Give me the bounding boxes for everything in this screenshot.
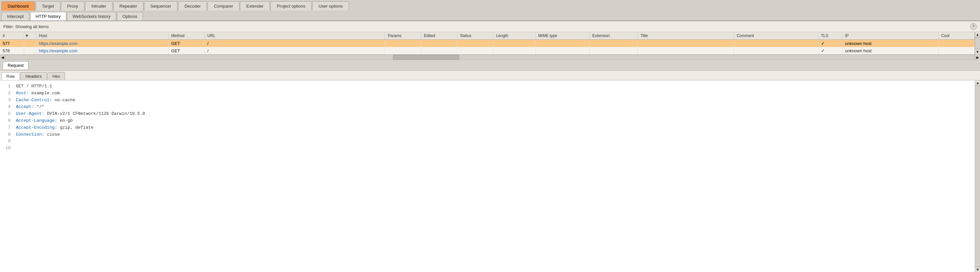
h-scroll-track[interactable] [5, 55, 975, 60]
col-header-sort[interactable]: ▼ [24, 32, 36, 40]
request-line-8: Connection: close [16, 131, 971, 138]
cell-ip: unknown host [842, 40, 939, 47]
col-header-extension[interactable]: Extension [590, 32, 638, 40]
col-header-edited[interactable]: Edited [421, 32, 457, 40]
inner-tab-hex[interactable]: Hex [47, 72, 65, 80]
request-header-bar: Request [0, 60, 980, 71]
cell-method: GET [169, 40, 205, 47]
request-tab[interactable]: Request [3, 61, 29, 69]
req-scroll-down[interactable]: ▼ [975, 267, 980, 272]
col-header-status[interactable]: Status [457, 32, 493, 40]
line-numbers: 1 2 3 4 5 6 7 8 9 10 [4, 83, 11, 269]
cell-tls: ✓ [818, 47, 842, 54]
request-line-1: GET / HTTP/1.1 [16, 83, 971, 90]
scroll-down-button[interactable]: ▼ [975, 49, 980, 54]
cell-ip: unknown host [842, 47, 939, 54]
cell-host: https://example.com [36, 47, 169, 54]
col-header-cool[interactable]: Cool [938, 32, 974, 40]
request-line-2: Host: example.com [16, 90, 971, 97]
cell-url: / [205, 47, 385, 54]
tab-target[interactable]: Target [36, 1, 60, 11]
tab-intruder[interactable]: Intruder [85, 1, 113, 11]
filter-text: Filter: Showing all items [3, 24, 49, 29]
request-text: GET / HTTP/1.1 Host: example.com Cache-C… [16, 83, 971, 269]
filter-bar: Filter: Showing all items ? [0, 21, 980, 32]
req-scroll-track[interactable] [975, 86, 980, 267]
request-line-3: Cache-Control: no-cache [16, 97, 971, 104]
subtab-options[interactable]: Options [117, 12, 143, 21]
tab-project-options[interactable]: Project options [270, 1, 312, 11]
request-section: Request Raw Headers Hex 1 2 3 4 5 6 7 8 … [0, 60, 980, 272]
subtab-websockets-history[interactable]: WebSockets history [67, 12, 116, 21]
tab-proxy[interactable]: Proxy [61, 1, 84, 11]
tab-repeater[interactable]: Repeater [113, 1, 143, 11]
cell-host: https://example.com [36, 40, 169, 47]
history-table: # ▼ Host Method URL Params Edited Status… [0, 32, 975, 54]
horizontal-scrollbar: ◀ ▶ [0, 55, 980, 60]
col-header-mime[interactable]: MIME type [535, 32, 590, 40]
main-container: Dashboard Target Proxy Intruder Repeater… [0, 0, 980, 272]
request-line-7: Accept-Encoding: gzip, deflate [16, 124, 971, 131]
table-row[interactable]: 577 https://example.com GET / ✓ [0, 40, 975, 47]
tab-sequencer[interactable]: Sequencer [144, 1, 177, 11]
h-scroll-thumb[interactable] [393, 55, 459, 60]
col-header-title[interactable]: Title [638, 32, 734, 40]
col-header-method[interactable]: Method [169, 32, 205, 40]
cell-tls: ✓ [818, 40, 842, 47]
col-header-params[interactable]: Params [385, 32, 421, 40]
cell-id: 576 [0, 47, 24, 54]
cell-id: 577 [0, 40, 24, 47]
tab-dashboard[interactable]: Dashboard [1, 1, 35, 11]
tab-extender[interactable]: Extender [240, 1, 270, 11]
scroll-track[interactable] [975, 37, 980, 49]
request-line-5: User-Agent: DVIA-v2/1 CFNetwork/1126 Dar… [16, 111, 971, 118]
inner-tab-headers[interactable]: Headers [21, 72, 47, 80]
col-header-num: # [0, 32, 24, 40]
req-scroll-up[interactable]: ▲ [975, 80, 980, 86]
request-vertical-scrollbar: ▲ ▼ [975, 80, 980, 272]
scroll-up-button[interactable]: ▲ [975, 32, 980, 37]
request-line-4: Accept: */* [16, 103, 971, 111]
top-nav-tabs: Dashboard Target Proxy Intruder Repeater… [0, 0, 980, 11]
request-line-10 [16, 145, 971, 152]
inner-tabs-bar: Raw Headers Hex [0, 71, 980, 80]
col-header-url[interactable]: URL [205, 32, 385, 40]
request-line-9 [16, 138, 971, 145]
tab-comparer[interactable]: Comparer [208, 1, 239, 11]
tab-decoder[interactable]: Decoder [178, 1, 207, 11]
sub-tabs: Intercept HTTP history WebSockets histor… [0, 11, 980, 21]
cell-url: / [205, 40, 385, 47]
col-header-length[interactable]: Length [493, 32, 535, 40]
scroll-right-button[interactable]: ▶ [975, 55, 980, 60]
table-wrapper: # ▼ Host Method URL Params Edited Status… [0, 32, 980, 55]
col-header-comment[interactable]: Comment [734, 32, 818, 40]
subtab-http-history[interactable]: HTTP history [30, 12, 67, 21]
col-header-host[interactable]: Host [36, 32, 169, 40]
subtab-intercept[interactable]: Intercept [1, 12, 29, 21]
request-line-6: Accept-Language: en-gb [16, 118, 971, 124]
request-content: 1 2 3 4 5 6 7 8 9 10 GET / HTTP/1.1 Host… [0, 80, 975, 272]
tab-user-options[interactable]: User options [312, 1, 349, 11]
inner-tab-raw[interactable]: Raw [1, 72, 20, 80]
col-header-ip[interactable]: IP [842, 32, 939, 40]
cell-method: GET [169, 47, 205, 54]
help-icon[interactable]: ? [970, 23, 977, 30]
col-header-tls[interactable]: TLS [818, 32, 842, 40]
scroll-left-button[interactable]: ◀ [0, 55, 5, 60]
table-row[interactable]: 576 https://example.com GET / ✓ [0, 47, 975, 54]
table-vertical-scrollbar: ▲ ▼ [975, 32, 980, 54]
